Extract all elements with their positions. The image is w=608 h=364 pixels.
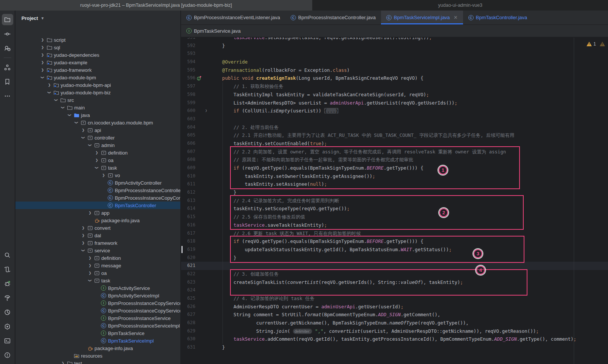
gutter-line-627[interactable]: 627 bbox=[181, 311, 211, 319]
tree-expand-chevron-icon[interactable]: ❯ bbox=[80, 128, 87, 132]
fold-chevron-icon[interactable]: ❯ bbox=[205, 107, 207, 115]
code-line-629[interactable]: 629 String.join( delimiter: ",", convert… bbox=[181, 327, 608, 335]
tree-expand-chevron-icon[interactable]: ❯ bbox=[81, 247, 85, 254]
tree-item-script[interactable]: ❯ script bbox=[15, 36, 180, 44]
tree-item-dal[interactable]: ❯ dal bbox=[15, 232, 180, 239]
tree-item-package-info-java[interactable]: package-info.java bbox=[15, 344, 180, 352]
gutter-line-615[interactable]: 615 bbox=[181, 213, 211, 221]
gutter-line-619[interactable]: 619 bbox=[181, 246, 211, 254]
tree-expand-chevron-icon[interactable]: ❯ bbox=[88, 142, 92, 149]
gutter-line-626[interactable]: 626 bbox=[181, 303, 211, 311]
tree-expand-chevron-icon[interactable]: ❯ bbox=[81, 134, 85, 141]
tree-item-src[interactable]: ❯ src bbox=[15, 96, 180, 104]
code-line-598[interactable]: 598 TaskEntityImpl taskEntity = validate… bbox=[181, 91, 608, 99]
gutter-line-603[interactable]: 603 bbox=[181, 115, 211, 123]
tree-item-cn-iocoder-yudao-module-bpm[interactable]: ❯ cn.iocoder.yudao.module.bpm bbox=[15, 119, 180, 126]
tree-expand-chevron-icon[interactable]: ❯ bbox=[87, 264, 93, 267]
gutter-line-595[interactable]: 595 bbox=[181, 66, 211, 74]
code-editor[interactable]: 591 taskService.setAssignee(taskId, reqV… bbox=[181, 38, 608, 364]
tree-expand-chevron-icon[interactable]: ❯ bbox=[75, 119, 78, 126]
tree-item-bpmtaskservice[interactable]: I BpmTaskService bbox=[15, 329, 180, 337]
tree-item-bpmprocessinstancecopyserviceimpl[interactable]: C BpmProcessInstanceCopyServiceImpl bbox=[15, 307, 180, 314]
tab-bpmprocessinstanceeventlistener-java[interactable]: C BpmProcessInstanceEventListener.java bbox=[181, 11, 285, 24]
code-line-627[interactable]: 627 String comment = StrUtil.format(BpmC… bbox=[181, 311, 608, 319]
gutter-line-593[interactable]: 593 bbox=[181, 50, 211, 58]
tree-item-definition[interactable]: ❯ definition bbox=[15, 149, 180, 156]
gutter-line-628[interactable]: 628 bbox=[181, 319, 211, 327]
gutter-line-599[interactable]: 599 bbox=[181, 99, 211, 107]
code-line-599[interactable]: 599 List<AdminUserRespDTO> userList = ad… bbox=[181, 99, 608, 107]
back-window-titlebar[interactable]: yudao-ui-admin-vue3 bbox=[312, 0, 608, 11]
bookmarks-icon[interactable] bbox=[2, 76, 13, 87]
project-tool-icon[interactable] bbox=[2, 14, 13, 25]
code-line-621[interactable]: 621 bbox=[181, 262, 608, 270]
code-line-591[interactable]: 591 taskService.setAssignee(taskId, reqV… bbox=[181, 38, 608, 42]
run-tool-icon[interactable] bbox=[2, 264, 13, 275]
code-line-597[interactable]: 597 // 1. 获取和校验任务 bbox=[181, 82, 608, 91]
tree-item-vo[interactable]: ❯ vo bbox=[15, 171, 180, 179]
tree-expand-chevron-icon[interactable]: ❯ bbox=[39, 46, 46, 49]
gutter-line-596[interactable]: 596 I bbox=[181, 74, 211, 82]
gutter-line-622[interactable]: 622 bbox=[181, 270, 211, 278]
gutter-line-629[interactable]: 629 bbox=[181, 327, 211, 335]
tree-item-yudao-module-bpm-api[interactable]: ❯ yudao-module-bpm-api bbox=[15, 81, 180, 89]
tree-expand-chevron-icon[interactable]: ❯ bbox=[39, 53, 46, 57]
debug-icon[interactable] bbox=[2, 278, 13, 289]
tree-item-bpmprocessinstancecopycontroller[interactable]: C BpmProcessInstanceCopyController bbox=[15, 194, 180, 202]
tree-expand-chevron-icon[interactable]: ❯ bbox=[80, 241, 87, 245]
gutter-line-624[interactable]: 624 bbox=[181, 286, 211, 294]
code-line-628[interactable]: 628 currentUser.getNickname(), BpmTaskSi… bbox=[181, 319, 608, 327]
profiler-icon[interactable] bbox=[2, 306, 13, 318]
inspections-widget[interactable]: 1 bbox=[587, 41, 605, 47]
tree-item-oa[interactable]: ❯ oa bbox=[15, 156, 180, 164]
more-tools-icon[interactable] bbox=[2, 90, 13, 102]
tree-item-yudao-module-bpm-biz[interactable]: ❯ yudao-module-bpm-biz bbox=[15, 89, 180, 96]
tree-item-bpmtaskserviceimpl[interactable]: C BpmTaskServiceImpl bbox=[15, 337, 180, 344]
problems-icon[interactable] bbox=[2, 349, 13, 361]
code-line-630[interactable]: 630 taskService.addComment(reqVO.getId()… bbox=[181, 335, 608, 343]
tree-expand-chevron-icon[interactable]: ❯ bbox=[41, 74, 44, 81]
gutter-line-598[interactable]: 598 bbox=[181, 91, 211, 99]
code-line-594[interactable]: 594 @Override bbox=[181, 58, 608, 66]
tree-expand-chevron-icon[interactable]: ❯ bbox=[68, 112, 72, 118]
services-icon[interactable] bbox=[2, 321, 13, 332]
gutter-line-600[interactable]: 600 ❯ bbox=[181, 107, 211, 115]
tree-item-bpmprocessinstancecontroller[interactable]: C BpmProcessInstanceController bbox=[15, 187, 180, 194]
tree-expand-chevron-icon[interactable]: ❯ bbox=[80, 234, 87, 237]
tree-item-service[interactable]: ❯ service bbox=[15, 247, 180, 254]
tree-item-bpmactivityservice[interactable]: I BpmActivityService bbox=[15, 284, 180, 292]
tree-item-controller[interactable]: ❯ controller bbox=[15, 134, 180, 141]
tree-item-sql[interactable]: ❯ sql bbox=[15, 44, 180, 51]
gutter-line-591[interactable]: 591 bbox=[181, 38, 211, 42]
tab-bpmtaskservice-java[interactable]: I BpmTaskService.java bbox=[181, 25, 246, 37]
front-window-titlebar[interactable]: ruoyi-vue-pro-jdk21 – BpmTaskServiceImpl… bbox=[0, 0, 312, 11]
tree-item-message[interactable]: ❯ message bbox=[15, 262, 180, 269]
tree-expand-chevron-icon[interactable]: ❯ bbox=[87, 211, 93, 215]
gutter-line-623[interactable]: 623 bbox=[181, 278, 211, 287]
structure-tool-icon[interactable] bbox=[2, 62, 13, 73]
tree-expand-chevron-icon[interactable]: ❯ bbox=[39, 68, 46, 72]
gutter-line-625[interactable]: 625 bbox=[181, 294, 211, 303]
gutter-line-592[interactable]: 592 bbox=[181, 42, 211, 50]
gutter-line-607[interactable]: 607 bbox=[181, 148, 211, 156]
project-panel-header[interactable]: Project ▼ bbox=[15, 11, 180, 26]
gutter-line-611[interactable]: 611 bbox=[181, 180, 211, 188]
gutter-line-597[interactable]: 597 bbox=[181, 82, 211, 91]
tree-expand-chevron-icon[interactable]: ❯ bbox=[46, 83, 53, 87]
gutter-line-616[interactable]: 616 bbox=[181, 221, 211, 229]
gutter-line-621[interactable]: 621 bbox=[181, 262, 211, 270]
gutter-line-630[interactable]: 630 bbox=[181, 335, 211, 343]
tree-item-main[interactable]: ❯ main bbox=[15, 104, 180, 111]
commit-tool-icon[interactable] bbox=[2, 28, 13, 39]
tree-item-bpmprocessinstanceservice[interactable]: I BpmProcessInstanceService bbox=[15, 314, 180, 322]
tree-expand-chevron-icon[interactable]: ❯ bbox=[95, 164, 99, 171]
code-line-600[interactable]: 600 ❯ if (CollUtil.isEmpty(userList)) {.… bbox=[181, 107, 608, 115]
gutter-line-631[interactable]: 631 bbox=[181, 343, 211, 352]
code-line-595[interactable]: 595 @Transactional(rollbackFor = Excepti… bbox=[181, 66, 608, 74]
tree-expand-chevron-icon[interactable]: ❯ bbox=[39, 61, 46, 64]
tree-item-admin[interactable]: ❯ admin bbox=[15, 141, 180, 149]
gutter-line-612[interactable]: 612 bbox=[181, 188, 211, 197]
tree-item-bpmtaskcontroller[interactable]: C BpmTaskController bbox=[15, 202, 180, 209]
code-line-625[interactable]: 625 // 4. 记录加签的评论到 task 任务 bbox=[181, 294, 608, 303]
tree-expand-chevron-icon[interactable]: ❯ bbox=[54, 97, 58, 103]
